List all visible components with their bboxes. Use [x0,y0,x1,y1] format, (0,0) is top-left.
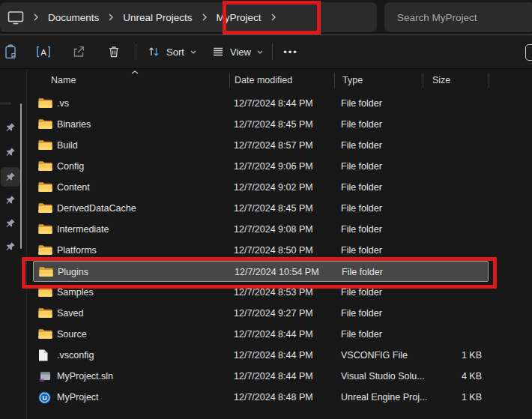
paste-button[interactable] [0,39,23,64]
column-resize-handle[interactable] [229,73,230,88]
chevron-right-icon [202,13,207,21]
column-header-name[interactable]: Name [51,69,76,91]
column-header-size[interactable]: Size [432,69,450,91]
file-name: Saved [57,303,83,324]
pushpin-icon [5,218,16,229]
file-row[interactable]: .vsconfig 12/7/2024 8:44 PM VSCONFIG Fil… [33,345,489,366]
file-row[interactable]: Binaries 12/7/2024 8:45 PM File folder [33,114,489,135]
file-size [408,93,482,114]
file-size: 1 KB [408,387,482,408]
nav-pane-scrollbar[interactable] [20,103,22,249]
file-type: File folder [341,177,382,198]
view-icon [212,46,224,58]
file-name: MyProject.sln [57,366,113,387]
file-row[interactable]: Saved 12/7/2024 9:27 PM File folder [33,303,489,324]
pinned-item-button[interactable] [1,118,20,137]
view-button[interactable]: View [205,39,270,64]
share-icon [72,45,85,58]
command-toolbar: A Sort [0,35,532,68]
folder-icon [38,139,52,151]
file-icon-slot: U [38,391,51,403]
file-row[interactable]: ∞ MyProject.sln 12/7/2024 8:44 PM Visual… [33,366,489,387]
more-options-button[interactable]: ••• [278,39,303,64]
file-type: File folder [341,156,382,177]
pushpin-icon [5,172,16,182]
pushpin-icon [5,147,16,157]
file-date-modified: 12/7/2024 8:44 PM [234,345,313,366]
file-row[interactable]: Content 12/7/2024 9:02 PM File folder [33,177,489,198]
file-type: File folder [341,135,382,156]
column-resize-handle[interactable] [489,73,489,88]
column-header-type[interactable]: Type [342,69,363,91]
file-row[interactable]: Source 12/7/2024 8:44 PM File folder [33,324,489,345]
pinned-item-button[interactable] [1,190,20,210]
pinned-item-button[interactable] [1,237,20,256]
file-icon-slot [38,223,52,235]
file-size [408,177,482,198]
file-type: File folder [341,303,382,324]
file-name: DerivedDataCache [57,198,136,219]
column-header-date-modified[interactable]: Date modified [235,69,292,91]
list-header: Name Date modified Type Size [0,69,532,91]
file-icon-slot [38,202,52,214]
sort-icon [148,46,160,58]
file-icon-slot [38,139,52,151]
file-icon-slot [38,181,52,193]
pushpin-icon [5,241,16,252]
file-name: Binaries [57,114,91,135]
pinned-item-button[interactable] [1,167,20,187]
folder-icon [38,97,52,109]
rename-button[interactable]: A [31,39,56,64]
sort-button[interactable]: Sort [141,39,203,64]
sort-label: Sort [166,46,184,58]
file-row[interactable]: Build 12/7/2024 8:57 PM File folder [33,135,489,156]
file-type: VSCONFIG File [341,345,408,366]
file-row[interactable]: Config 12/7/2024 9:06 PM File folder [33,156,489,177]
svg-text:∞: ∞ [39,376,45,383]
pinned-item-button[interactable] [1,214,20,233]
folder-icon [38,223,52,235]
search-box[interactable] [384,2,532,32]
folder-icon [38,307,52,319]
file-date-modified: 12/7/2024 8:57 PM [234,135,313,156]
chevron-down-icon [257,50,263,54]
folder-icon [38,181,52,193]
file-date-modified: 12/7/2024 9:08 PM [234,219,313,240]
file-type: File folder [341,219,382,240]
file-size [408,219,482,240]
file-explorer-window: Documents Unreal Projects MyProject [0,0,532,419]
share-button[interactable] [66,39,91,64]
folder-icon [38,160,52,172]
chevron-right-icon [34,13,38,21]
paste-icon [4,44,17,59]
preview-pane-icon[interactable] [525,44,532,61]
pushpin-icon [5,195,16,205]
search-input[interactable] [384,2,532,32]
file-row[interactable]: .vs 12/7/2024 8:44 PM File folder [33,93,489,114]
sort-ascending-icon [131,70,139,74]
rename-icon: A [36,45,51,58]
file-row[interactable]: DerivedDataCache 12/7/2024 8:45 PM File … [33,198,489,219]
file-date-modified: 12/7/2024 8:44 PM [234,93,313,114]
pinned-item-button[interactable] [1,142,20,162]
this-pc-icon [7,10,24,25]
file-icon-slot [38,97,52,109]
divider [0,103,11,103]
breadcrumb-unreal-projects[interactable]: Unreal Projects [123,12,192,23]
file-row[interactable]: Intermediate 12/7/2024 9:08 PM File fold… [33,219,489,240]
file-name: .vsconfig [57,345,94,366]
file-date-modified: 12/7/2024 9:06 PM [234,156,313,177]
file-name: MyProject [57,387,99,408]
file-name: .vs [57,93,69,114]
file-name: Source [57,324,87,345]
svg-text:A: A [40,48,46,57]
file-type: File folder [341,324,382,345]
column-resize-handle[interactable] [423,73,423,88]
column-resize-handle[interactable] [334,73,335,88]
folder-icon [38,118,52,130]
file-size [408,135,482,156]
file-name: Config [57,156,84,177]
file-row[interactable]: U MyProject 12/7/2024 8:48 PM Unreal Eng… [33,387,489,408]
breadcrumb-documents[interactable]: Documents [48,12,99,23]
delete-button[interactable] [101,39,127,64]
